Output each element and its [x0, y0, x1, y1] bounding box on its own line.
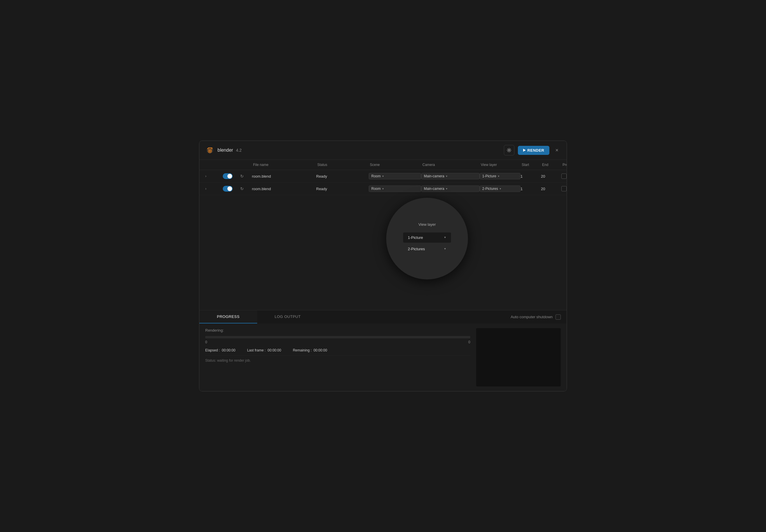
- row1-preview-checkbox[interactable]: [561, 174, 566, 179]
- gear-icon: [507, 148, 511, 153]
- col-header-viewlayer: View layer: [480, 163, 520, 167]
- app-version: 4.2: [236, 148, 242, 153]
- rendering-label: Rendering:: [205, 328, 470, 333]
- row1-expand-button[interactable]: ›: [205, 174, 223, 178]
- col-header-start: Start: [520, 163, 541, 167]
- render-button[interactable]: RENDER: [518, 146, 550, 155]
- svg-point-1: [209, 150, 211, 152]
- row2-filename: room.blend: [252, 187, 316, 191]
- row2-camera-dropdown[interactable]: Main-camera ▼: [421, 185, 480, 192]
- row2-viewlayer-caret-icon: ▼: [499, 188, 501, 190]
- col-header-scene: Scene: [369, 163, 421, 167]
- status-line: Status: waiting for render job.: [205, 355, 470, 363]
- row2-reload-button[interactable]: ↻: [240, 186, 252, 191]
- row2-preview-checkbox[interactable]: [561, 186, 566, 191]
- col-header-camera: Camera: [421, 163, 480, 167]
- row2-status: Ready: [316, 187, 369, 191]
- row1-start: 1: [520, 174, 541, 179]
- close-button[interactable]: ×: [553, 146, 561, 155]
- row1-camera-caret-icon: ▼: [445, 175, 448, 178]
- render-button-label: RENDER: [527, 148, 544, 153]
- col-header-filename: File name: [252, 163, 316, 167]
- last-frame-value: 00:00:00: [268, 348, 281, 352]
- row2-scene-dropdown[interactable]: Room ▼: [369, 185, 421, 192]
- popup-item1-label: 1-Picture: [408, 235, 423, 240]
- preview-thumbnail-area: [476, 328, 561, 386]
- popup-item2-caret-icon: ▼: [444, 247, 446, 250]
- row1-scene-caret-icon: ▼: [382, 175, 384, 178]
- progress-bar-track: [205, 336, 470, 338]
- col-header-end: End: [541, 163, 561, 167]
- progress-numbers: 0 0: [205, 340, 470, 344]
- remaining-label: Remaining :: [293, 348, 312, 352]
- tab-progress[interactable]: PROGRESS: [200, 310, 257, 323]
- titlebar: blender 4.2 RENDER ×: [200, 141, 566, 160]
- row1-filename: room.blend: [252, 174, 316, 179]
- row2-scene-caret-icon: ▼: [382, 188, 384, 190]
- row1-viewlayer-dropdown[interactable]: 1-Picture ▼: [480, 173, 520, 179]
- svg-point-2: [508, 150, 510, 151]
- table-row: › ↻ room.blend Ready Room ▼ Main-camera …: [200, 170, 566, 183]
- bottom-section: PROGRESS LOG OUTPUT Auto computer shutdo…: [200, 310, 566, 391]
- elapsed-section: Elapsed : 00:00:00: [205, 348, 235, 352]
- popup-content: View layer 1-Picture ▼ 2-Pictures ▼: [394, 222, 460, 255]
- auto-shutdown-checkbox[interactable]: [555, 314, 561, 320]
- row1-toggle[interactable]: [223, 173, 233, 179]
- col-header-reload: [240, 163, 252, 167]
- row2-viewlayer-dropdown[interactable]: 2-Pictures ▼: [480, 185, 520, 192]
- row2-start: 1: [520, 187, 541, 191]
- auto-shutdown-label: Auto computer shutdown: [510, 315, 552, 319]
- col-header-toggle: [223, 163, 240, 167]
- col-header-status: Status: [316, 163, 369, 167]
- progress-end-number: 0: [468, 340, 470, 344]
- titlebar-left: blender 4.2: [205, 146, 242, 155]
- col-header-expand: [205, 163, 223, 167]
- auto-shutdown-section: Auto computer shutdown: [510, 314, 566, 320]
- popup-item-2pictures[interactable]: 2-Pictures ▼: [403, 244, 451, 254]
- viewlayer-dropdown-popup: View layer 1-Picture ▼ 2-Pictures ▼: [386, 198, 468, 279]
- progress-stats: Elapsed : 00:00:00 Last frame : 00:00:00…: [205, 348, 470, 352]
- tab-log-output[interactable]: LOG OUTPUT: [257, 310, 319, 323]
- play-icon: [523, 149, 526, 152]
- popup-title: View layer: [403, 222, 451, 227]
- progress-panel: Rendering: 0 0 Elapsed : 00:00:00 Last f…: [200, 323, 566, 391]
- last-frame-label: Last frame :: [247, 348, 265, 352]
- table-header: File name Status Scene Camera View layer…: [200, 160, 566, 170]
- col-header-preview: Preview: [561, 163, 567, 167]
- elapsed-label: Elapsed :: [205, 348, 220, 352]
- remaining-value: 00:00:00: [314, 348, 327, 352]
- row2-toggle[interactable]: [223, 186, 233, 192]
- progress-start-number: 0: [205, 340, 207, 344]
- titlebar-right: RENDER ×: [504, 145, 561, 155]
- remaining-section: Remaining : 00:00:00: [293, 348, 327, 352]
- row2-expand-button[interactable]: ›: [205, 187, 223, 191]
- progress-main: Rendering: 0 0 Elapsed : 00:00:00 Last f…: [205, 328, 470, 386]
- row1-camera-dropdown[interactable]: Main-camera ▼: [421, 173, 480, 179]
- tabs-row: PROGRESS LOG OUTPUT Auto computer shutdo…: [200, 310, 566, 323]
- row1-reload-button[interactable]: ↻: [240, 174, 252, 179]
- popup-item1-caret-icon: ▼: [444, 236, 446, 239]
- last-frame-section: Last frame : 00:00:00: [247, 348, 281, 352]
- row1-status: Ready: [316, 174, 369, 179]
- row2-camera-caret-icon: ▼: [445, 188, 448, 190]
- blender-logo-icon: [205, 146, 215, 155]
- row1-end: 20: [541, 174, 561, 179]
- elapsed-value: 00:00:00: [222, 348, 236, 352]
- popup-item2-label: 2-Pictures: [408, 247, 425, 251]
- table-row: › ↻ room.blend Ready Room ▼ Main-camera …: [200, 183, 566, 195]
- popup-item-1picture[interactable]: 1-Picture ▼: [403, 232, 451, 243]
- settings-button[interactable]: [504, 145, 514, 155]
- row2-end: 20: [541, 187, 561, 191]
- row1-viewlayer-caret-icon: ▼: [497, 175, 500, 178]
- main-window: blender 4.2 RENDER × File name Status Sc…: [199, 141, 567, 391]
- row1-scene-dropdown[interactable]: Room ▼: [369, 173, 421, 179]
- table-body: › ↻ room.blend Ready Room ▼ Main-camera …: [200, 170, 566, 310]
- app-name: blender: [218, 148, 233, 153]
